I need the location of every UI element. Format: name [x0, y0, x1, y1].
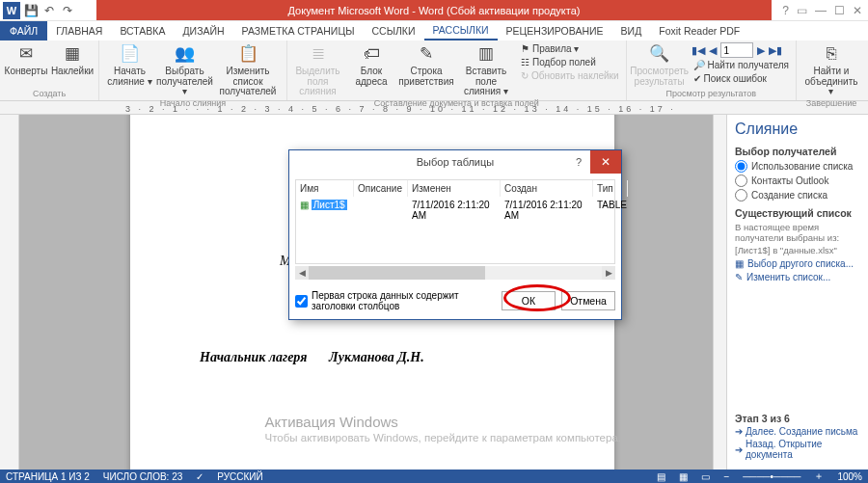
select-recipients-button[interactable]: 👥Выбрать получателей ▾: [159, 42, 210, 97]
tab-file[interactable]: ФАЙЛ: [0, 21, 47, 40]
prev-record-icon[interactable]: ◀: [709, 44, 717, 57]
cancel-button[interactable]: Отмена: [561, 291, 615, 310]
row-created: 7/11/2016 2:11:20 AM: [501, 197, 593, 224]
tab-insert[interactable]: ВСТАВКА: [111, 21, 174, 40]
first-row-headers-checkbox[interactable]: Первая строка данных содержит заголовки …: [295, 290, 496, 311]
row-type: TABLE: [593, 197, 628, 224]
envelope-icon: ✉: [14, 42, 39, 66]
scroll-thumb[interactable]: [309, 266, 485, 280]
view-web-icon[interactable]: ▭: [701, 471, 710, 482]
tab-review[interactable]: РЕЦЕНЗИРОВАНИЕ: [498, 21, 612, 40]
first-record-icon[interactable]: ▮◀: [692, 44, 705, 57]
use-list-radio[interactable]: Использование списка: [735, 160, 860, 173]
start-merge-button[interactable]: 📄Начать слияние ▾: [104, 42, 155, 87]
tab-view[interactable]: ВИД: [612, 21, 651, 40]
insert-field-button[interactable]: ▥Вставить поле слияния ▾: [457, 42, 515, 97]
redo-icon[interactable]: ↷: [60, 3, 75, 18]
dialog-title: Выбор таблицы: [417, 156, 494, 168]
col-name[interactable]: Имя: [296, 180, 354, 197]
update-labels-button: ↻Обновить наклейки: [519, 69, 621, 82]
scroll-right-icon[interactable]: ▶: [602, 266, 615, 280]
zoom-slider[interactable]: ────•────: [743, 471, 800, 482]
group-start-merge: 📄Начать слияние ▾ 👥Выбрать получателей ▾…: [99, 40, 287, 100]
undo-icon[interactable]: ↶: [41, 3, 57, 18]
view-print-icon[interactable]: ▦: [679, 471, 688, 482]
last-record-icon[interactable]: ▶▮: [769, 44, 782, 57]
minimize-icon[interactable]: —: [815, 4, 827, 17]
next-record-icon[interactable]: ▶: [757, 44, 765, 57]
col-created[interactable]: Создан: [501, 180, 593, 197]
new-list-radio[interactable]: Создание списка: [735, 189, 860, 201]
tab-foxit[interactable]: Foxit Reader PDF: [650, 21, 748, 40]
row-name: Лист1$: [312, 200, 347, 210]
close-icon[interactable]: ✕: [853, 4, 862, 17]
finish-merge-button[interactable]: ⎘Найти и объединить ▾: [801, 42, 861, 97]
zoom-out-icon[interactable]: −: [723, 471, 729, 482]
wizard-next-link[interactable]: ➔Далее. Создание письма: [735, 426, 860, 437]
envelopes-button[interactable]: ✉Конверты: [5, 42, 47, 77]
vertical-scrollbar[interactable]: [713, 115, 726, 470]
edit-list-link[interactable]: ✎Изменить список...: [735, 272, 860, 282]
address-block-button[interactable]: 🏷Блок адреса: [347, 42, 395, 87]
outlook-radio[interactable]: Контакты Outlook: [735, 174, 860, 187]
view-readmode-icon[interactable]: ▤: [657, 471, 665, 482]
ribbon-help-icon[interactable]: ?: [782, 4, 789, 17]
tab-mailings[interactable]: РАССЫЛКИ: [424, 21, 498, 40]
tables-list[interactable]: Имя Описание Изменен Создан Тип ▦ Лист1$…: [295, 179, 615, 264]
save-icon[interactable]: 💾: [23, 3, 39, 18]
group-label: Завершение: [801, 97, 861, 110]
check-errors-button[interactable]: ✔︎Поиск ошибок: [692, 72, 791, 85]
tab-references[interactable]: ССЫЛКИ: [363, 21, 423, 40]
scroll-left-icon[interactable]: ◀: [295, 266, 309, 280]
field-icon: ▥: [474, 42, 499, 66]
start-merge-icon: 📄: [118, 42, 143, 66]
horizontal-ruler: 3 · 2 · 1 · · · 1 · 2 · 3 · 4 · 5 · 6 · …: [0, 101, 868, 115]
proofing-icon[interactable]: ✓: [196, 471, 203, 482]
labels-button[interactable]: ▦Наклейки: [51, 42, 94, 77]
table-h-scrollbar[interactable]: ◀ ▶: [295, 266, 615, 280]
dialog-close-icon[interactable]: ✕: [590, 150, 621, 174]
match-fields-button[interactable]: ☷Подбор полей: [519, 56, 621, 68]
find-recipient-button[interactable]: 🔎Найти получателя: [692, 59, 791, 71]
highlight-icon: ≣: [306, 42, 331, 66]
dialog-title-bar[interactable]: Выбор таблицы ? ✕: [289, 150, 621, 174]
preview-icon: 🔍: [647, 42, 672, 66]
wizard-back-link[interactable]: ➔Назад. Открытие документа: [735, 439, 860, 460]
tab-layout[interactable]: РАЗМЕТКА СТРАНИЦЫ: [233, 21, 364, 40]
status-words[interactable]: ЧИСЛО СЛОВ: 23: [103, 471, 182, 482]
col-desc[interactable]: Описание: [354, 180, 408, 197]
arrow-left-icon: ➔: [735, 444, 743, 455]
col-type[interactable]: Тип: [593, 180, 628, 197]
ribbon-display-icon[interactable]: ▭: [797, 4, 807, 17]
recipients-icon: 👥: [173, 42, 198, 66]
group-create: ✉Конверты ▦Наклейки Создать: [0, 40, 99, 100]
greeting-line-button[interactable]: ✎Строка приветствия: [399, 42, 453, 87]
tab-home[interactable]: ГЛАВНАЯ: [47, 21, 111, 40]
pane-section-existing: Существующий список: [735, 207, 860, 219]
table-row[interactable]: ▦ Лист1$ 7/11/2016 2:11:20 AM 7/11/2016 …: [296, 197, 614, 224]
ok-button[interactable]: ОК: [502, 291, 556, 310]
match-icon: ☷: [521, 57, 529, 67]
choose-other-list-link[interactable]: ▦Выбор другого списка...: [735, 258, 860, 269]
record-number-input[interactable]: [720, 42, 753, 58]
edit-list-icon: 📋: [235, 42, 260, 66]
pane-section-recipients: Выбор получателей: [735, 146, 860, 157]
status-language[interactable]: РУССКИЙ: [217, 471, 262, 482]
dialog-footer: Первая строка данных содержит заголовки …: [289, 285, 621, 319]
rules-button[interactable]: ⚑Правила ▾: [519, 42, 621, 55]
dialog-help-icon[interactable]: ?: [567, 150, 590, 174]
status-page[interactable]: СТРАНИЦА 1 ИЗ 2: [6, 471, 90, 482]
table-header-row: Имя Описание Изменен Создан Тип: [296, 180, 614, 197]
labels-icon: ▦: [60, 42, 85, 66]
word-logo-icon: W: [3, 2, 20, 19]
col-modified[interactable]: Изменен: [408, 180, 501, 197]
zoom-in-icon[interactable]: ＋: [814, 470, 824, 483]
address-icon: 🏷: [359, 42, 384, 66]
zoom-level[interactable]: 100%: [837, 471, 862, 482]
ribbon: ✉Конверты ▦Наклейки Создать 📄Начать слия…: [0, 40, 868, 101]
errors-icon: ✔︎: [693, 73, 701, 84]
maximize-icon[interactable]: ☐: [834, 4, 845, 17]
tab-design[interactable]: ДИЗАЙН: [174, 21, 232, 40]
group-compose: ≣Выделить поля слияния 🏷Блок адреса ✎Стр…: [287, 40, 627, 100]
edit-recipients-button[interactable]: 📋Изменить список получателей: [214, 42, 282, 97]
